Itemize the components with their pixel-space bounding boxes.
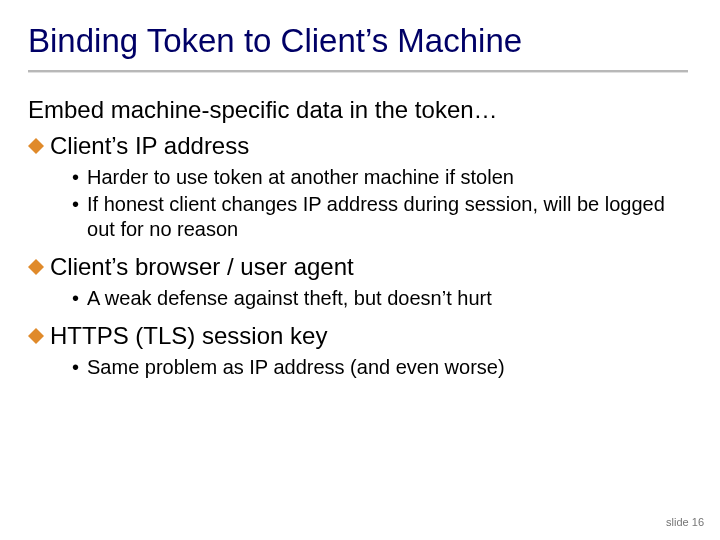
sub-bullet-group: • Same problem as IP address (and even w…: [72, 355, 692, 380]
svg-marker-2: [28, 328, 44, 344]
sub-bullet-text: Same problem as IP address (and even wor…: [87, 355, 505, 380]
intro-text: Embed machine-specific data in the token…: [28, 95, 692, 125]
dot-icon: •: [72, 355, 79, 380]
bullet-item: Client’s IP address: [28, 131, 692, 161]
bullet-text: Client’s IP address: [50, 131, 249, 161]
sub-bullet-item: • Same problem as IP address (and even w…: [72, 355, 692, 380]
bullet-group-2: Client’s browser / user agent • A weak d…: [28, 252, 692, 311]
slide-number: slide 16: [666, 516, 704, 528]
sub-bullet-text: A weak defense against theft, but doesn’…: [87, 286, 492, 311]
sub-bullet-text: If honest client changes IP address duri…: [87, 192, 692, 242]
sub-bullet-item: • Harder to use token at another machine…: [72, 165, 692, 190]
sub-bullet-text: Harder to use token at another machine i…: [87, 165, 514, 190]
bullet-item: HTTPS (TLS) session key: [28, 321, 692, 351]
diamond-icon: [28, 328, 46, 344]
svg-marker-1: [28, 259, 44, 275]
title-underline: [28, 70, 688, 73]
sub-bullet-group: • A weak defense against theft, but does…: [72, 286, 692, 311]
diamond-icon: [28, 259, 46, 275]
bullet-item: Client’s browser / user agent: [28, 252, 692, 282]
page-title: Binding Token to Client’s Machine: [28, 22, 692, 60]
bullet-group-1: Client’s IP address • Harder to use toke…: [28, 131, 692, 242]
diamond-icon: [28, 138, 46, 154]
slide: Binding Token to Client’s Machine Embed …: [0, 0, 720, 540]
dot-icon: •: [72, 286, 79, 311]
bullet-text: Client’s browser / user agent: [50, 252, 354, 282]
sub-bullet-item: • If honest client changes IP address du…: [72, 192, 692, 242]
bullet-text: HTTPS (TLS) session key: [50, 321, 327, 351]
svg-marker-0: [28, 138, 44, 154]
bullet-group-3: HTTPS (TLS) session key • Same problem a…: [28, 321, 692, 380]
sub-bullet-group: • Harder to use token at another machine…: [72, 165, 692, 242]
sub-bullet-item: • A weak defense against theft, but does…: [72, 286, 692, 311]
dot-icon: •: [72, 192, 79, 217]
dot-icon: •: [72, 165, 79, 190]
